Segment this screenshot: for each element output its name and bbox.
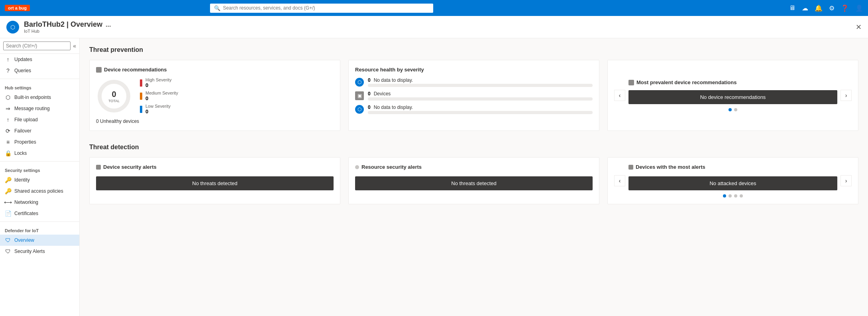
topbar: ort a bug 🔍 🖥 ☁ 🔔 ⚙ ❓ 👤 [0, 0, 868, 16]
no-attacked-devices-button[interactable]: No attacked devices [628, 176, 837, 190]
sidebar-item-updates[interactable]: ↑ Updates [0, 54, 79, 65]
prev-alerts-button[interactable]: ‹ [614, 175, 625, 186]
divider [0, 221, 79, 222]
sidebar-item-label: Networking [14, 199, 38, 205]
sidebar-item-networking[interactable]: ⟷ Networking [0, 197, 79, 208]
identity-icon: 🔑 [5, 177, 11, 183]
gear-icon[interactable]: ⚙ [829, 4, 835, 12]
user-icon[interactable]: 👤 [855, 4, 863, 12]
global-search[interactable]: 🔍 [210, 4, 433, 13]
device-security-alerts-title: Device security alerts [96, 164, 334, 170]
bug-report-button[interactable]: ort a bug [5, 5, 30, 11]
collapse-icon[interactable]: « [73, 43, 76, 49]
medium-severity-label: Medium Severity [145, 91, 178, 95]
sidebar-search-bar[interactable]: « [0, 38, 79, 54]
security-settings-label: Security settings [0, 164, 79, 174]
carousel-dots-alerts [628, 194, 837, 198]
divider [0, 79, 79, 79]
bell-icon[interactable]: 🔔 [815, 4, 823, 12]
health-label-2: No data to display. [374, 105, 413, 110]
sidebar-item-label: Identity [14, 177, 30, 183]
threat-prevention-cards: Device recommendations 0 TOTAL [89, 60, 858, 131]
sidebar-item-label: Failover [14, 128, 31, 134]
severity-low: Low Severity 0 [140, 104, 178, 115]
sidebar-item-label: Locks [14, 150, 27, 156]
most-prevalent-card: ‹ Most prevalent device recommendations … [607, 60, 858, 131]
sidebar-item-label: Shared access policies [14, 188, 63, 194]
health-bar-wrap: 0 Devices [368, 91, 593, 101]
sidebar-item-overview[interactable]: 🛡 Overview [0, 235, 79, 246]
message-routing-icon: ⇒ [5, 105, 11, 112]
sidebar-item-shared-access-policies[interactable]: 🔑 Shared access policies [0, 186, 79, 197]
low-severity-count: 0 [145, 109, 171, 115]
most-prevalent-title: Most prevalent device recommendations [628, 79, 837, 85]
main-content: Threat prevention Device recommendations… [80, 38, 868, 316]
donut-number: 0 [108, 89, 120, 99]
device-recommendations-card: Device recommendations 0 TOTAL [89, 60, 340, 131]
sidebar-item-label: Security Alerts [14, 249, 45, 254]
defender-for-iot-label: Defender for IoT [0, 224, 79, 235]
sidebar-item-failover[interactable]: ⟳ Failover [0, 125, 79, 136]
next-recommendations-button[interactable]: › [841, 90, 852, 101]
health-item-0: ⬡ 0 No data to display. [355, 77, 593, 87]
sidebar-search-input[interactable] [3, 41, 71, 50]
sidebar: « ↑ Updates ? Queries Hub settings ⬡ Bui… [0, 38, 80, 316]
sidebar-item-security-alerts[interactable]: 🛡 Security Alerts [0, 246, 79, 257]
sidebar-item-label: Certificates [14, 211, 38, 216]
help-icon[interactable]: ❓ [841, 4, 849, 12]
updates-icon: ↑ [5, 56, 11, 63]
resource-security-alerts-icon [355, 165, 359, 169]
sidebar-item-identity[interactable]: 🔑 Identity [0, 174, 79, 186]
health-icon-gray: ▣ [355, 91, 364, 100]
medium-severity-count: 0 [145, 95, 178, 101]
dot-1 [734, 108, 737, 111]
sidebar-item-file-upload[interactable]: ↑ File upload [0, 114, 79, 125]
prev-recommendations-button[interactable]: ‹ [614, 90, 625, 101]
low-severity-label: Low Severity [145, 104, 171, 109]
resource-more-button[interactable]: ... [106, 21, 111, 28]
threat-prevention-title: Threat prevention [89, 46, 858, 53]
no-threats-detected-button-2[interactable]: No threats detected [355, 176, 593, 190]
close-button[interactable]: ✕ [856, 23, 862, 32]
resource-security-alerts-title: Resource security alerts [355, 164, 593, 170]
security-alerts-icon: 🛡 [5, 248, 11, 255]
sidebar-item-built-in-endpoints[interactable]: ⬡ Built-in endpoints [0, 92, 79, 103]
networking-icon: ⟷ [5, 199, 11, 205]
donut-label: 0 TOTAL [108, 89, 120, 103]
sidebar-item-properties[interactable]: ≡ Properties [0, 136, 79, 148]
device-rec-icon [96, 67, 102, 73]
threat-detection-cards: Device security alerts No threats detect… [89, 157, 858, 204]
health-bar-track [368, 97, 593, 101]
sidebar-item-label: Properties [14, 139, 36, 145]
resource-icon: ⬡ [6, 21, 19, 34]
sidebar-item-label: Overview [14, 237, 34, 243]
sidebar-item-locks[interactable]: 🔒 Locks [0, 148, 79, 159]
donut-section: 0 TOTAL High Severity 0 [96, 77, 334, 115]
certificates-icon: 📄 [5, 210, 11, 217]
dot-a-3 [740, 194, 743, 198]
dot-0 [729, 108, 732, 111]
next-alerts-button[interactable]: › [841, 175, 852, 186]
search-input[interactable] [223, 5, 429, 11]
sidebar-item-label: Queries [14, 68, 31, 73]
devices-most-alerts-card: ‹ Devices with the most alerts No attack… [607, 157, 858, 204]
resource-subtitle: IoT Hub [24, 29, 111, 34]
overview-icon: 🛡 [5, 237, 11, 243]
carousel-content-alerts: Devices with the most alerts No attacked… [625, 164, 841, 198]
no-threats-detected-button-1[interactable]: No threats detected [96, 176, 334, 190]
resource-title: BarloTHub2 | Overview ... [24, 20, 111, 29]
sidebar-item-certificates[interactable]: 📄 Certificates [0, 208, 79, 219]
monitor-icon[interactable]: 🖥 [789, 4, 795, 12]
low-severity-bar [140, 106, 142, 113]
resource-title-text: BarloTHub2 | Overview [24, 20, 102, 29]
hub-settings-label: Hub settings [0, 81, 79, 92]
sidebar-item-queries[interactable]: ? Queries [0, 65, 79, 76]
resource-title-block: BarloTHub2 | Overview ... IoT Hub [24, 20, 111, 34]
devices-most-alerts-title: Devices with the most alerts [628, 164, 837, 170]
sidebar-item-label: Built-in endpoints [14, 95, 51, 100]
topbar-icons: 🖥 ☁ 🔔 ⚙ ❓ 👤 [789, 4, 863, 12]
sidebar-item-message-routing[interactable]: ⇒ Message routing [0, 103, 79, 114]
no-device-recommendations-button[interactable]: No device recommendations [628, 90, 837, 104]
cloud-icon[interactable]: ☁ [802, 4, 808, 12]
dot-a-1 [729, 194, 732, 198]
